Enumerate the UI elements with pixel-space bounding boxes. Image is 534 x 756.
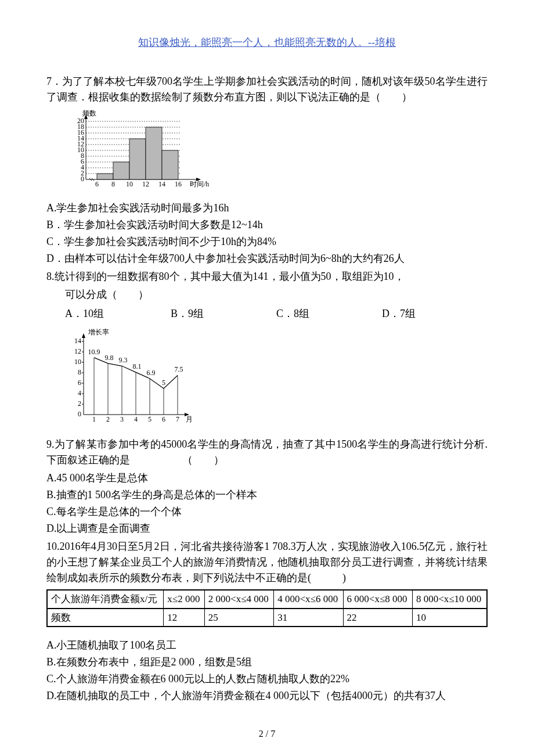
q8-option-d: D．7组 <box>382 306 488 322</box>
q7-stem: 7．为了了解本校七年级700名学生上学期参加社会实践活动的时间，随机对该年级50… <box>46 74 488 105</box>
table-freq-2: 31 <box>274 609 343 627</box>
svg-text:10: 10 <box>74 358 81 366</box>
q8-options: A．10组 B．9组 C．8组 D．7组 <box>65 306 488 322</box>
svg-text:3: 3 <box>120 415 124 423</box>
q7-option-a: A.学生参加社会实践活动时间最多为16h <box>46 200 488 216</box>
svg-text:8: 8 <box>78 368 81 376</box>
table-freq-3: 22 <box>343 609 412 627</box>
svg-text:7: 7 <box>176 415 179 423</box>
table-header: 个人旅游年消费金额x/元 <box>47 590 164 609</box>
q7-option-c: C．学生参加社会实践活动时间不少于10h的为84% <box>46 234 488 250</box>
q10-option-c: C.个人旅游年消费金额在6 000元以上的人数占随机抽取人数的22% <box>46 671 488 687</box>
svg-text:10: 10 <box>126 180 133 188</box>
q10-stem: 10.2016年4月30日至5月2日，河北省共接待游客1 708.3万人次，实现… <box>46 539 488 586</box>
q9-stem: 9.为了解某市参加中考的45000名学生的身高情况，抽查了其中1500名学生的身… <box>46 437 488 468</box>
svg-text:10.9: 10.9 <box>88 348 100 356</box>
svg-marker-37 <box>82 333 85 338</box>
line-chart: 增长率 0 2 4 6 8 10 12 14 <box>65 327 488 431</box>
table-range-0: x≤2 000 <box>164 590 205 609</box>
q10-option-d: D.在随机抽取的员工中，个人旅游年消费金额在4 000元以下（包括4000元）的… <box>46 688 488 704</box>
q8-option-c: C．8组 <box>276 306 382 322</box>
frequency-table: 个人旅游年消费金额x/元 x≤2 000 2 000<x≤4 000 4 000… <box>46 589 488 627</box>
q10-option-a: A.小王随机抽取了100名员工 <box>46 638 488 653</box>
svg-text:8.1: 8.1 <box>133 362 142 370</box>
q9-option-a: A.45 000名学生是总体 <box>46 470 488 486</box>
svg-text:9.3: 9.3 <box>119 356 128 364</box>
page-number: 2 / 7 <box>46 727 488 741</box>
line-xlabel: 月 <box>186 415 193 423</box>
svg-text:6: 6 <box>78 379 81 387</box>
svg-text:12: 12 <box>142 180 149 188</box>
table-range-3: 6 000<x≤8 000 <box>343 590 412 609</box>
svg-text:14: 14 <box>74 337 81 345</box>
q8-option-a: A．10组 <box>65 306 171 322</box>
svg-rect-29 <box>162 150 178 179</box>
svg-text:7.5: 7.5 <box>175 365 183 373</box>
svg-text:9.8: 9.8 <box>105 354 114 362</box>
svg-text:4: 4 <box>78 389 81 397</box>
svg-rect-27 <box>129 139 146 179</box>
svg-rect-25 <box>97 174 113 179</box>
svg-text:1: 1 <box>92 415 96 423</box>
q9-option-c: C.每名学生是总体的一个个体 <box>46 504 488 520</box>
svg-text:0: 0 <box>78 410 81 418</box>
header-quote: 知识像烛光，能照亮一个人，也能照亮无数的人。--培根 <box>46 35 488 51</box>
q8-option-b: B．9组 <box>171 306 276 322</box>
q7-histogram: 频数 0 2 4 <box>65 110 488 196</box>
table-freq-1: 25 <box>204 609 273 627</box>
svg-text:5: 5 <box>148 415 151 423</box>
svg-text:6.9: 6.9 <box>147 369 156 377</box>
q7-option-b: B．学生参加社会实践活动时间大多数是12~14h <box>46 217 488 233</box>
svg-text:14: 14 <box>158 180 165 188</box>
svg-text:6: 6 <box>95 180 99 188</box>
q10-option-b: B.在频数分布表中，组距是2 000，组数是5组 <box>46 654 488 670</box>
hist-xlabel: 时间/h <box>190 180 209 188</box>
q9-option-b: B.抽查的1 500名学生的身高是总体的一个样本 <box>46 487 488 503</box>
svg-text:4: 4 <box>134 415 138 423</box>
svg-text:20: 20 <box>77 117 84 125</box>
svg-text:8: 8 <box>111 180 115 188</box>
svg-text:12: 12 <box>74 347 81 355</box>
svg-rect-28 <box>146 127 162 179</box>
q8-stem: 8.统计得到的一组数据有80个，其中最大值为141，最小值为50，取组距为10， <box>46 269 488 285</box>
q9-option-d: D.以上调查是全面调查 <box>46 521 488 537</box>
hist-ylabel: 频数 <box>82 110 96 117</box>
svg-text:16: 16 <box>175 180 182 188</box>
q7-option-d: D．由样本可以估计全年级700人中参加社会实践活动时间为6~8h的大约有26人 <box>46 251 488 267</box>
table-freq-0: 12 <box>164 609 205 627</box>
table-range-2: 4 000<x≤6 000 <box>274 590 343 609</box>
table-freq-label: 频数 <box>47 609 164 627</box>
table-range-1: 2 000<x≤4 000 <box>204 590 273 609</box>
svg-text:2: 2 <box>106 415 110 423</box>
svg-text:6: 6 <box>162 415 165 423</box>
svg-text:5: 5 <box>162 379 165 387</box>
svg-text:2: 2 <box>78 399 81 408</box>
svg-rect-26 <box>113 162 129 179</box>
q8-stem2: 可以分成（ ） <box>65 287 488 303</box>
line-ylabel: 增长率 <box>88 328 109 336</box>
table-range-4: 8 000<x≤10 000 <box>412 590 487 609</box>
table-freq-4: 10 <box>412 609 487 627</box>
